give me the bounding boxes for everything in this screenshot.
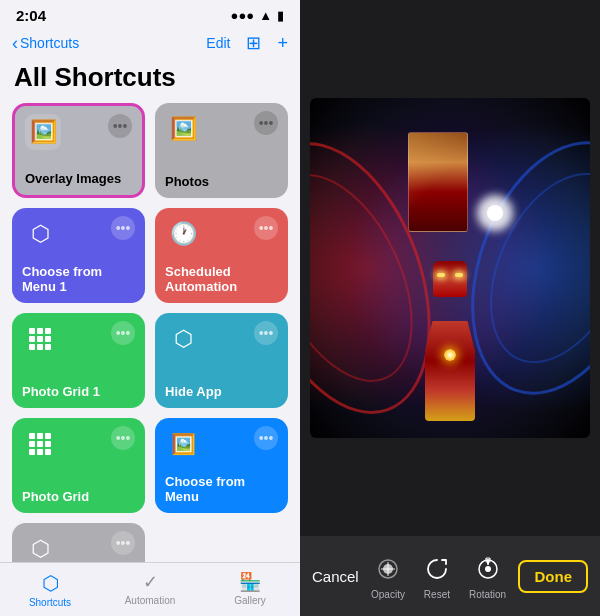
nav-shortcuts[interactable]: ⬡ Shortcuts: [0, 567, 100, 612]
bottom-nav: ⬡ Shortcuts ✓ Automation 🏪 Gallery: [0, 562, 300, 616]
overlay-portrait: [408, 132, 468, 232]
hide-app-label: Hide App: [165, 384, 278, 400]
shortcut-choose-menu[interactable]: 🖼️ ••• Choose from Menu: [155, 418, 288, 513]
left-panel: 2:04 ●●● ▲ ▮ ‹ Shortcuts Edit ⊞ + All Sh…: [0, 0, 300, 616]
grid-view-button[interactable]: ⊞: [246, 32, 261, 54]
card-more-button[interactable]: •••: [111, 216, 135, 240]
extra-icon: ⬡: [22, 531, 58, 562]
scheduled-automation-label: Scheduled Automation: [165, 264, 278, 295]
nav-actions: Edit ⊞ +: [206, 32, 288, 54]
photos-icon: 🖼️: [165, 111, 201, 147]
rotation-label: Rotation: [469, 589, 506, 600]
card-top: ⬡ •••: [22, 216, 135, 252]
shortcut-photo-grid[interactable]: ••• Photo Grid: [12, 418, 145, 513]
card-more-button[interactable]: •••: [111, 426, 135, 450]
back-button[interactable]: ‹ Shortcuts: [12, 33, 79, 54]
rotation-icon: [472, 553, 504, 585]
card-top: ⬡ •••: [22, 531, 135, 562]
edit-button[interactable]: Edit: [206, 35, 230, 51]
card-top: 🖼️ •••: [165, 111, 278, 147]
battery-icon: ▮: [277, 8, 284, 23]
page-title: All Shortcuts: [0, 60, 300, 103]
ironman-background: [310, 98, 590, 438]
add-shortcut-button[interactable]: +: [277, 33, 288, 54]
shortcuts-nav-icon: ⬡: [42, 571, 59, 595]
overlay-icon: 🖼️: [25, 114, 61, 150]
reset-tool[interactable]: Reset: [421, 553, 453, 600]
card-more-button[interactable]: •••: [254, 426, 278, 450]
im-head: [433, 261, 467, 297]
grid-icon: [22, 321, 58, 357]
cancel-button[interactable]: Cancel: [312, 568, 359, 585]
card-top: 🖼️ •••: [165, 426, 278, 462]
nav-gallery[interactable]: 🏪 Gallery: [200, 567, 300, 612]
card-more-button[interactable]: •••: [254, 111, 278, 135]
choose-menu-1-label: Choose from Menu 1: [22, 264, 135, 295]
clock-icon: 🕐: [165, 216, 201, 252]
im-eye-left: [437, 273, 445, 277]
automation-nav-icon: ✓: [143, 571, 158, 593]
card-top: •••: [22, 426, 135, 462]
status-icons: ●●● ▲ ▮: [231, 8, 284, 23]
card-more-button[interactable]: •••: [108, 114, 132, 138]
back-arrow-icon: ‹: [12, 33, 18, 54]
done-button[interactable]: Done: [518, 560, 588, 593]
reset-label: Reset: [424, 589, 450, 600]
card-more-button[interactable]: •••: [254, 321, 278, 345]
shortcut-hide-app[interactable]: ⬡ ••• Hide App: [155, 313, 288, 408]
shortcut-photo-grid-1[interactable]: ••• Photo Grid 1: [12, 313, 145, 408]
opacity-tool[interactable]: Opacity: [371, 553, 405, 600]
status-bar: 2:04 ●●● ▲ ▮: [0, 0, 300, 28]
card-more-button[interactable]: •••: [111, 531, 135, 555]
opacity-label: Opacity: [371, 589, 405, 600]
hide-app-icon: ⬡: [165, 321, 201, 357]
photos-menu-icon: 🖼️: [165, 426, 201, 462]
automation-nav-label: Automation: [125, 595, 176, 606]
card-more-button[interactable]: •••: [111, 321, 135, 345]
svg-point-5: [487, 205, 503, 221]
stack-icon: ⬡: [22, 216, 58, 252]
card-top: 🕐 •••: [165, 216, 278, 252]
card-top: 🖼️ •••: [25, 114, 132, 150]
wifi-icon: ▲: [259, 8, 272, 23]
shortcut-photos[interactable]: 🖼️ ••• Photos: [155, 103, 288, 198]
shortcut-overlay-images[interactable]: 🖼️ ••• Overlay Images: [12, 103, 145, 198]
choose-menu-label: Choose from Menu: [165, 474, 278, 505]
right-panel: Cancel Opacity: [300, 0, 600, 616]
reset-icon: [421, 553, 453, 585]
editor-toolbar: Cancel Opacity: [300, 536, 600, 616]
rotation-tool[interactable]: Rotation: [469, 553, 506, 600]
opacity-icon: [372, 553, 404, 585]
status-time: 2:04: [16, 7, 46, 24]
signal-icon: ●●●: [231, 8, 255, 23]
photo-grid-1-label: Photo Grid 1: [22, 384, 135, 400]
card-top: •••: [22, 321, 135, 357]
gallery-nav-icon: 🏪: [239, 571, 261, 593]
im-eye-right: [455, 273, 463, 277]
ironman-figure: [410, 261, 490, 421]
photo-container: [310, 98, 590, 438]
shortcuts-grid: 🖼️ ••• Overlay Images 🖼️ ••• Photos ⬡ ••…: [0, 103, 300, 562]
nav-automation[interactable]: ✓ Automation: [100, 567, 200, 612]
shortcut-extra[interactable]: ⬡ •••: [12, 523, 145, 562]
photo-area: [300, 0, 600, 536]
photo-grid-icon: [22, 426, 58, 462]
overlay-images-label: Overlay Images: [25, 171, 132, 187]
gallery-nav-label: Gallery: [234, 595, 266, 606]
card-more-button[interactable]: •••: [254, 216, 278, 240]
shortcuts-nav-label: Shortcuts: [29, 597, 71, 608]
card-top: ⬡ •••: [165, 321, 278, 357]
im-chest: [444, 349, 456, 361]
im-body: [425, 321, 475, 421]
shortcut-choose-menu-1[interactable]: ⬡ ••• Choose from Menu 1: [12, 208, 145, 303]
nav-bar: ‹ Shortcuts Edit ⊞ +: [0, 28, 300, 60]
photo-grid-label: Photo Grid: [22, 489, 135, 505]
photos-label: Photos: [165, 174, 278, 190]
back-label: Shortcuts: [20, 35, 79, 51]
svg-point-11: [485, 566, 491, 572]
toolbar-tools: Opacity Reset: [371, 553, 506, 600]
shortcut-scheduled-automation[interactable]: 🕐 ••• Scheduled Automation: [155, 208, 288, 303]
